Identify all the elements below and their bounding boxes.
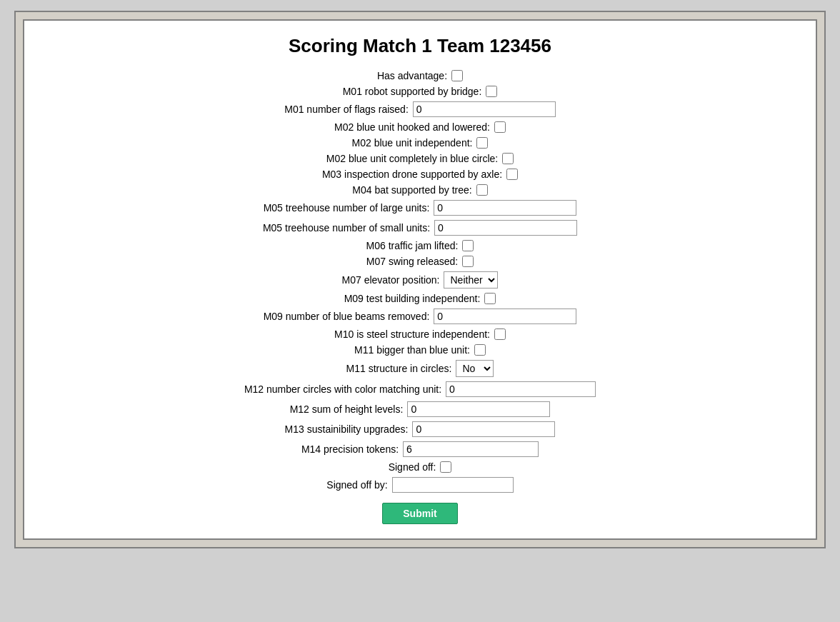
m11-circles-label: M11 structure in circles: bbox=[346, 363, 452, 374]
m01-flags-label: M01 number of flags raised: bbox=[284, 104, 409, 115]
signed-off-by-row: Signed off by: bbox=[46, 477, 794, 493]
m12-height-row: M12 sum of height levels: bbox=[46, 401, 794, 417]
m03-drone-axle-control bbox=[506, 169, 518, 180]
m01-flags-control bbox=[413, 101, 556, 117]
m03-drone-axle-row: M03 inspection drone supported by axle: bbox=[46, 169, 794, 180]
m07-elevator-label: M07 elevator position: bbox=[342, 274, 440, 286]
m10-steel-row: M10 is steel structure independent: bbox=[46, 328, 794, 340]
m02-blue-circle-label: M02 blue unit completely in blue circle: bbox=[326, 153, 498, 164]
m02-blue-independent-label: M02 blue unit independent: bbox=[352, 137, 473, 149]
m02-blue-hooked-checkbox[interactable] bbox=[494, 121, 506, 133]
m05-small-units-label: M05 treehouse number of small units: bbox=[263, 222, 430, 234]
page-title: Scoring Match 1 Team 123456 bbox=[46, 35, 794, 57]
m03-drone-axle-checkbox[interactable] bbox=[506, 169, 518, 180]
submit-row: Submit bbox=[46, 503, 794, 524]
m02-blue-circle-row: M02 blue unit completely in blue circle: bbox=[46, 153, 794, 164]
m07-elevator-row: M07 elevator position: Neither Up Down bbox=[46, 271, 794, 289]
has-advantage-checkbox[interactable] bbox=[451, 70, 463, 81]
m11-bigger-label: M11 bigger than blue unit: bbox=[354, 344, 470, 356]
m09-beams-row: M09 number of blue beams removed: bbox=[46, 309, 794, 324]
signed-off-label: Signed off: bbox=[389, 461, 436, 473]
m13-upgrades-input[interactable] bbox=[412, 421, 555, 437]
m11-circles-row: M11 structure in circles: No Yes bbox=[46, 360, 794, 377]
m04-bat-tree-row: M04 bat supported by tree: bbox=[46, 184, 794, 196]
m07-elevator-select[interactable]: Neither Up Down bbox=[444, 271, 498, 289]
m01-robot-bridge-checkbox[interactable] bbox=[486, 86, 497, 97]
m07-swing-control bbox=[462, 256, 474, 267]
signed-off-checkbox[interactable] bbox=[440, 461, 451, 473]
m02-blue-circle-control bbox=[502, 153, 514, 164]
m03-drone-axle-label: M03 inspection drone supported by axle: bbox=[322, 169, 502, 180]
m01-flags-row: M01 number of flags raised: bbox=[46, 101, 794, 117]
m09-building-label: M09 test building independent: bbox=[344, 293, 481, 304]
m09-beams-label: M09 number of blue beams removed: bbox=[264, 311, 430, 322]
m05-small-units-control bbox=[434, 220, 577, 236]
m01-robot-bridge-label: M01 robot supported by bridge: bbox=[343, 86, 482, 97]
m09-building-control bbox=[484, 293, 496, 304]
m02-blue-independent-checkbox[interactable] bbox=[476, 137, 488, 149]
m13-upgrades-row: M13 sustainibility upgrades: bbox=[46, 421, 794, 437]
m07-elevator-control: Neither Up Down bbox=[444, 271, 498, 289]
m09-building-row: M09 test building independent: bbox=[46, 293, 794, 304]
has-advantage-row: Has advantage: bbox=[46, 70, 794, 81]
m11-bigger-row: M11 bigger than blue unit: bbox=[46, 344, 794, 356]
m02-blue-hooked-label: M02 blue unit hooked and lowered: bbox=[334, 121, 490, 133]
m13-upgrades-control bbox=[412, 421, 555, 437]
m12-circles-control bbox=[446, 381, 596, 397]
m14-tokens-label: M14 precision tokens: bbox=[301, 443, 399, 455]
m04-bat-tree-control bbox=[476, 184, 488, 196]
m02-blue-independent-row: M02 blue unit independent: bbox=[46, 137, 794, 149]
signed-off-row: Signed off: bbox=[46, 461, 794, 473]
m06-traffic-checkbox[interactable] bbox=[462, 240, 474, 251]
inner-container: Scoring Match 1 Team 123456 Has advantag… bbox=[23, 19, 817, 540]
m11-bigger-control bbox=[474, 344, 486, 356]
m10-steel-checkbox[interactable] bbox=[494, 328, 506, 340]
m13-upgrades-label: M13 sustainibility upgrades: bbox=[285, 423, 409, 435]
m06-traffic-row: M06 traffic jam lifted: bbox=[46, 240, 794, 251]
m02-blue-hooked-control bbox=[494, 121, 506, 133]
m12-circles-row: M12 number circles with color matching u… bbox=[46, 381, 794, 397]
m09-beams-input[interactable] bbox=[434, 309, 576, 324]
submit-button[interactable]: Submit bbox=[382, 503, 457, 524]
m14-tokens-input[interactable] bbox=[403, 441, 539, 457]
m11-bigger-checkbox[interactable] bbox=[474, 344, 486, 356]
m07-swing-row: M07 swing released: bbox=[46, 256, 794, 267]
outer-container: Scoring Match 1 Team 123456 Has advantag… bbox=[14, 11, 826, 548]
m04-bat-tree-checkbox[interactable] bbox=[476, 184, 488, 196]
signed-off-control bbox=[440, 461, 451, 473]
m11-circles-select[interactable]: No Yes bbox=[456, 360, 494, 377]
m10-steel-label: M10 is steel structure independent: bbox=[334, 328, 490, 340]
m12-height-control bbox=[407, 401, 550, 417]
m14-tokens-control bbox=[403, 441, 539, 457]
m02-blue-circle-checkbox[interactable] bbox=[502, 153, 514, 164]
m05-small-units-input[interactable] bbox=[434, 220, 577, 236]
signed-off-by-input[interactable] bbox=[392, 477, 514, 493]
m10-steel-control bbox=[494, 328, 506, 340]
m14-tokens-row: M14 precision tokens: bbox=[46, 441, 794, 457]
m12-circles-input[interactable] bbox=[446, 381, 596, 397]
m11-circles-control: No Yes bbox=[456, 360, 494, 377]
has-advantage-control bbox=[451, 70, 463, 81]
m06-traffic-control bbox=[462, 240, 474, 251]
m06-traffic-label: M06 traffic jam lifted: bbox=[366, 240, 459, 251]
m09-beams-control bbox=[434, 309, 576, 324]
m12-height-input[interactable] bbox=[407, 401, 550, 417]
m01-flags-input[interactable] bbox=[413, 101, 556, 117]
m02-blue-independent-control bbox=[476, 137, 488, 149]
m07-swing-label: M07 swing released: bbox=[366, 256, 458, 267]
m01-robot-bridge-row: M01 robot supported by bridge: bbox=[46, 86, 794, 97]
m02-blue-hooked-row: M02 blue unit hooked and lowered: bbox=[46, 121, 794, 133]
m05-large-units-row: M05 treehouse number of large units: bbox=[46, 200, 794, 216]
m04-bat-tree-label: M04 bat supported by tree: bbox=[352, 184, 471, 196]
m05-large-units-input[interactable] bbox=[434, 200, 576, 216]
m07-swing-checkbox[interactable] bbox=[462, 256, 474, 267]
m05-large-units-control bbox=[434, 200, 576, 216]
m09-building-checkbox[interactable] bbox=[484, 293, 496, 304]
signed-off-by-label: Signed off by: bbox=[326, 479, 387, 491]
signed-off-by-control bbox=[392, 477, 514, 493]
m05-large-units-label: M05 treehouse number of large units: bbox=[264, 202, 430, 214]
m01-robot-bridge-control bbox=[486, 86, 497, 97]
m05-small-units-row: M05 treehouse number of small units: bbox=[46, 220, 794, 236]
has-advantage-label: Has advantage: bbox=[377, 70, 447, 81]
m12-circles-label: M12 number circles with color matching u… bbox=[244, 383, 441, 395]
